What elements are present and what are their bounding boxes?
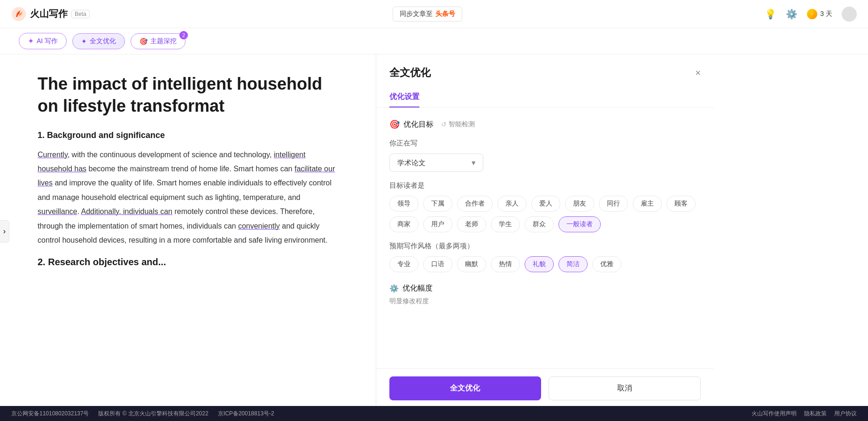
audience-tags-row: 领导下属合作者亲人爱人朋友同行雇主顾客商家用户老师学生群众一般读者 xyxy=(389,196,701,232)
audience-tag[interactable]: 老师 xyxy=(457,216,486,232)
reward-icon: ⚡ xyxy=(807,9,817,19)
optimize-sparkle-icon: ✦ xyxy=(81,38,87,45)
style-tag[interactable]: 口语 xyxy=(423,256,452,272)
gear-icon[interactable]: ⚙️ xyxy=(786,8,798,20)
topic-icon: 🎯 xyxy=(140,38,147,45)
footer-left: 京公网安备11010802032137号 版权所有 © 北京火山引擎科技有限公司… xyxy=(11,410,274,418)
sync-button[interactable]: 同步文章至 头条号 xyxy=(393,7,462,22)
toolbar: ✦ AI 写作 ✦ 全文优化 🎯 主题深挖 2 xyxy=(0,28,868,54)
icp2-text: 京ICP备20018813号-2 xyxy=(218,410,274,418)
header-center: 同步文章至 头条号 xyxy=(393,7,462,22)
action-bar: 全文优化 取消 xyxy=(376,368,714,408)
audience-tag[interactable]: 亲人 xyxy=(497,196,527,212)
tab-settings[interactable]: 优化设置 xyxy=(389,87,419,107)
audience-tag[interactable]: 一般读者 xyxy=(558,216,601,232)
topic-badge: 2 xyxy=(179,31,188,39)
footer: 京公网安备11010802032137号 版权所有 © 北京火山引擎科技有限公司… xyxy=(0,406,868,421)
amplitude-gear-icon: ⚙️ xyxy=(389,284,399,293)
amplitude-title: 优化幅度 xyxy=(403,283,433,293)
style-label: 预期写作风格（最多两项） xyxy=(389,242,701,251)
section2-hint: 2. Research objectives and... xyxy=(38,257,338,268)
underline-conveniently: conveniently xyxy=(238,222,280,230)
panel-body: 🎯 优化目标 ↺ 智能检测 你正在写 学术论文 博客文章 新闻报道 ▼ 目标读者… xyxy=(376,108,714,368)
optimize-target-label: 优化目标 xyxy=(403,120,434,130)
underline-currently: Currently xyxy=(38,151,68,159)
audience-tag[interactable]: 群众 xyxy=(525,216,554,232)
header: 火山写作 Beta 同步文章至 头条号 💡 ⚙️ ⚡ 3 天 xyxy=(0,0,868,28)
audience-tag[interactable]: 同行 xyxy=(599,196,628,212)
writing-type-label: 你正在写 xyxy=(389,139,701,148)
style-tag[interactable]: 礼貌 xyxy=(525,256,554,272)
audience-tag[interactable]: 用户 xyxy=(423,216,452,232)
panel-tabs: 优化设置 xyxy=(376,87,714,108)
amplitude-sub: 明显修改程度 xyxy=(389,297,701,306)
sync-label: 同步文章至 xyxy=(400,10,433,18)
optimize-button[interactable]: ✦ 全文优化 xyxy=(72,33,125,49)
ai-sparkle-icon: ✦ xyxy=(28,37,34,46)
audience-tag[interactable]: 下属 xyxy=(423,196,452,212)
footer-link[interactable]: 隐私政策 xyxy=(804,410,827,418)
audience-tag[interactable]: 爱人 xyxy=(531,196,560,212)
optimize-target-section: 🎯 优化目标 ↺ 智能检测 xyxy=(389,119,701,130)
avatar[interactable] xyxy=(842,7,857,22)
smart-detect-icon: ↺ xyxy=(441,121,447,128)
close-button[interactable]: × xyxy=(695,68,701,78)
ai-write-label: AI 写作 xyxy=(37,37,58,46)
section1-heading: 1. Background and significance xyxy=(38,130,338,140)
style-tag[interactable]: 热情 xyxy=(491,256,520,272)
document-title: The impact of intelligent household on l… xyxy=(38,73,338,117)
header-left: 火山写作 Beta xyxy=(11,7,90,22)
audience-tag[interactable]: 合作者 xyxy=(457,196,493,212)
bulb-icon[interactable]: 💡 xyxy=(765,8,776,20)
logo-text: 火山写作 xyxy=(30,8,68,20)
audience-tag[interactable]: 顾客 xyxy=(666,196,696,212)
audience-tag[interactable]: 商家 xyxy=(389,216,418,232)
style-tag[interactable]: 简洁 xyxy=(558,256,588,272)
style-tag[interactable]: 优雅 xyxy=(592,256,621,272)
logo-icon xyxy=(11,7,26,22)
reward-button[interactable]: ⚡ 3 天 xyxy=(807,9,832,19)
icp1-text: 京公网安备11010802032137号 xyxy=(11,410,89,418)
smart-detect-label: 智能检测 xyxy=(449,120,475,129)
smart-detect-button[interactable]: ↺ 智能检测 xyxy=(441,120,475,129)
editor-area[interactable]: › The impact of intelligent household on… xyxy=(0,54,376,408)
beta-badge: Beta xyxy=(71,10,90,18)
amplitude-label: ⚙️ 优化幅度 xyxy=(389,283,701,293)
toutiao-label: 头条号 xyxy=(435,10,455,18)
style-tag[interactable]: 专业 xyxy=(389,256,418,272)
topic-button[interactable]: 🎯 主题深挖 2 xyxy=(131,33,186,49)
audience-tag[interactable]: 学生 xyxy=(491,216,520,232)
ai-write-button[interactable]: ✦ AI 写作 xyxy=(19,33,67,49)
topic-label: 主题深挖 xyxy=(150,37,177,46)
underline-additionally: Additionally, individuals can xyxy=(81,207,172,215)
underline-intelligent: intelligent household has xyxy=(38,151,305,173)
chevron-right-icon: › xyxy=(3,227,6,236)
underline-surveillance: surveillance xyxy=(38,207,77,215)
audience-label: 目标读者是 xyxy=(389,181,701,190)
writing-type-select[interactable]: 学术论文 博客文章 新闻报道 xyxy=(389,153,483,172)
amplitude-section: ⚙️ 优化幅度 明显修改程度 xyxy=(389,283,701,306)
style-tag[interactable]: 幽默 xyxy=(457,256,486,272)
panel-header: 全文优化 × xyxy=(376,54,714,80)
footer-link[interactable]: 用户协议 xyxy=(834,410,857,418)
style-tags-row: 专业口语幽默热情礼貌简洁优雅 xyxy=(389,256,701,272)
collapse-button[interactable]: › xyxy=(0,220,9,243)
copyright-text: 版权所有 © 北京火山引擎科技有限公司2022 xyxy=(98,410,208,418)
cancel-button[interactable]: 取消 xyxy=(549,376,701,400)
optimize-label: 全文优化 xyxy=(90,37,116,46)
audience-tag[interactable]: 雇主 xyxy=(633,196,662,212)
footer-link[interactable]: 火山写作使用声明 xyxy=(752,410,797,418)
writing-type-select-wrapper: 学术论文 博客文章 新闻报道 ▼ xyxy=(389,153,483,172)
audience-tag[interactable]: 领导 xyxy=(389,196,418,212)
right-panel: 全文优化 × 优化设置 🎯 优化目标 ↺ 智能检测 你正在写 学术论文 博客文 xyxy=(376,54,714,408)
reward-days: 3 天 xyxy=(820,10,832,18)
target-bullseye-icon: 🎯 xyxy=(389,119,400,130)
header-right: 💡 ⚙️ ⚡ 3 天 xyxy=(765,7,857,22)
audience-tag[interactable]: 朋友 xyxy=(565,196,594,212)
body-text-1: Currently, with the continuous developme… xyxy=(38,148,338,248)
footer-links: 火山写作使用声明隐私政策用户协议 xyxy=(752,410,857,418)
confirm-button[interactable]: 全文优化 xyxy=(389,376,541,400)
panel-title: 全文优化 xyxy=(389,66,431,80)
main: › The impact of intelligent household on… xyxy=(0,54,868,408)
